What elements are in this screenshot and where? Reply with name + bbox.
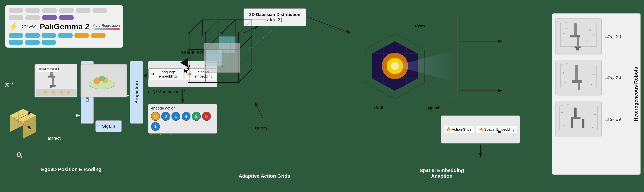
pill-blue-5: [8, 40, 23, 45]
paligemma-middle: ⚡ 20 HZ PaliGemma 2 Auto Regression: [8, 22, 120, 31]
svg-rect-141: [36, 89, 76, 97]
y-pitch-label: y/pitch: [428, 106, 440, 110]
gaussian-box: 3D Gaussian Distribution 𝒩(μ, Σ): [244, 8, 306, 26]
ego3d-position-encoding-label: Ego3D Position Encoding: [41, 167, 102, 172]
spatial-token-label: spatial action token: [181, 49, 224, 55]
language-text-label: L: "pick lemon to...": [148, 89, 184, 94]
svg-point-7: [589, 29, 591, 31]
bottom-pills-row: [8, 33, 120, 45]
delta-t-label: ΔT: [151, 132, 155, 136]
svg-marker-121: [23, 116, 36, 139]
svg-point-80: [238, 82, 240, 83]
encode-pill-3: 4: [182, 112, 190, 121]
query-label: query: [255, 125, 268, 131]
svg-point-65: [188, 32, 190, 34]
svg-point-68: [238, 32, 240, 34]
position-cube: [10, 109, 36, 139]
embedding-box: ❄ Language embedding 🔥 Spatial embedding: [148, 61, 217, 87]
svg-line-127: [23, 114, 36, 121]
svg-point-31: [564, 125, 565, 126]
svg-point-17: [563, 72, 564, 74]
robot-formula-1: 𝒩(μ₁, Σ₁): [605, 34, 621, 39]
svg-point-18: [593, 74, 594, 75]
robot-item-3: 𝒩(μ₃, Σ₃): [556, 101, 637, 137]
pill-gray-5: [76, 8, 90, 13]
svg-line-56: [238, 36, 252, 49]
pill-gray-3: [42, 8, 57, 13]
svg-point-145: [67, 91, 70, 94]
svg-rect-16: [578, 82, 580, 90]
gaussian-formula: 𝒩(μ, Σ): [267, 17, 282, 23]
spatial-heatmap: [365, 33, 458, 99]
svg-line-46: [206, 20, 219, 33]
snowflake-icon: ❄: [151, 72, 154, 76]
main-container: ⚡ 20 HZ PaliGemma 2 Auto Regression Ego3…: [0, 0, 644, 192]
svg-point-79: [221, 82, 223, 83]
spatial-embedding-label: Spatial embedding: [193, 70, 214, 78]
spatial-embedding-adaption-label: Spatial EmbeddingAdaption: [420, 168, 464, 179]
gaussian-to-grid-line: [244, 26, 276, 54]
spatial-embedding-cell-2: 🔥 Spatial Embedding: [476, 126, 518, 133]
svg-point-75: [221, 65, 223, 67]
svg-point-142: [44, 91, 47, 94]
svg-point-138: [50, 85, 52, 88]
svg-marker-98: [395, 49, 458, 82]
encode-pill-4: 2: [192, 112, 201, 121]
svg-point-117: [102, 77, 108, 83]
svg-point-131: [22, 121, 24, 123]
svg-line-128: [23, 120, 36, 127]
svg-point-67: [221, 32, 223, 34]
ego3d-pe-box: Ego3D PE: [80, 61, 94, 124]
svg-point-112: [46, 77, 49, 80]
svg-line-130: [16, 120, 31, 129]
action-spatial-inner: 🔥 Action Grids 🔥 Spatial Embedding: [444, 126, 518, 133]
fire-icon-2: 🔥: [446, 127, 451, 132]
svg-line-45: [189, 20, 202, 33]
embedding-inner: ❄ Language embedding 🔥 Spatial embedding: [148, 68, 217, 80]
extract-label: extract: [48, 136, 60, 141]
pill-gray-6: [92, 8, 107, 13]
projection-box: Projection: [130, 61, 143, 124]
svg-point-20: [591, 84, 592, 85]
svg-point-30: [594, 114, 596, 115]
svg-line-36: [560, 104, 570, 106]
pill-blue-2: [25, 33, 40, 38]
svg-rect-4: [576, 47, 579, 50]
z-yaw-label: z/yaw: [415, 23, 425, 28]
svg-point-29: [562, 112, 563, 113]
pill-blue-1: [8, 33, 23, 38]
svg-rect-26: [570, 117, 580, 119]
action-grids-cell: 🔥 Action Grids: [444, 126, 474, 133]
robot-item-1: 𝒩(μ₁, Σ₁): [556, 19, 637, 55]
svg-point-89: [382, 53, 408, 79]
encode-pill-2: 1: [172, 112, 180, 121]
svg-point-143: [52, 91, 55, 94]
pill-blue-7: [42, 40, 56, 45]
encode-pill-0: 0: [151, 112, 160, 121]
svg-line-62: [222, 36, 235, 49]
grid-to-gaussian-arrow: [244, 26, 258, 33]
svg-marker-119: [10, 109, 23, 132]
svg-point-132: [26, 118, 27, 120]
svg-point-91: [391, 62, 399, 70]
encode-pills: 0 0 1 4 2 0 1: [151, 112, 214, 131]
siglip-box: SigLip: [96, 120, 122, 132]
svg-point-90: [387, 58, 403, 74]
gaussian-title: 3D Gaussian Distribution: [249, 12, 300, 17]
svg-rect-25: [574, 108, 576, 118]
svg-line-58: [238, 69, 252, 82]
svg-rect-15: [572, 80, 582, 83]
fire-icon-3: 🔥: [479, 127, 483, 132]
svg-line-126: [23, 109, 36, 116]
spatial-embedding-label-2: Spatial Embedding: [484, 127, 515, 132]
svg-point-114: [62, 77, 66, 80]
ot-label: Ot: [16, 151, 22, 159]
svg-point-116: [94, 77, 100, 84]
pill-blue-4: [58, 33, 73, 38]
robot-formula-2: 𝒩(μ₂, Σ₂): [605, 75, 621, 80]
fire-icon: 🔥: [188, 72, 192, 76]
pill-blue-6: [25, 40, 40, 45]
svg-line-61: [206, 36, 219, 49]
svg-line-122: [10, 114, 23, 121]
svg-rect-136: [52, 77, 54, 85]
